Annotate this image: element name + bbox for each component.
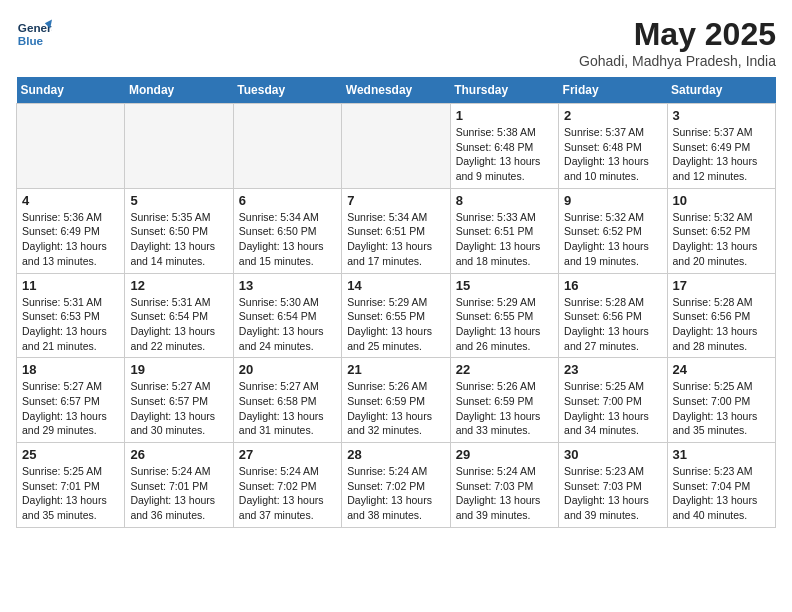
calendar-cell: 17Sunrise: 5:28 AMSunset: 6:56 PMDayligh… bbox=[667, 273, 775, 358]
page-header: General Blue May 2025 Gohadi, Madhya Pra… bbox=[16, 16, 776, 69]
calendar-cell: 22Sunrise: 5:26 AMSunset: 6:59 PMDayligh… bbox=[450, 358, 558, 443]
day-number: 11 bbox=[22, 278, 119, 293]
day-info: Sunrise: 5:24 AMSunset: 7:01 PMDaylight:… bbox=[130, 464, 227, 523]
calendar-cell: 27Sunrise: 5:24 AMSunset: 7:02 PMDayligh… bbox=[233, 443, 341, 528]
day-info: Sunrise: 5:35 AMSunset: 6:50 PMDaylight:… bbox=[130, 210, 227, 269]
calendar-cell: 2Sunrise: 5:37 AMSunset: 6:48 PMDaylight… bbox=[559, 104, 667, 189]
week-row-4: 18Sunrise: 5:27 AMSunset: 6:57 PMDayligh… bbox=[17, 358, 776, 443]
calendar-cell: 28Sunrise: 5:24 AMSunset: 7:02 PMDayligh… bbox=[342, 443, 450, 528]
calendar-cell: 29Sunrise: 5:24 AMSunset: 7:03 PMDayligh… bbox=[450, 443, 558, 528]
day-number: 9 bbox=[564, 193, 661, 208]
day-number: 21 bbox=[347, 362, 444, 377]
day-number: 28 bbox=[347, 447, 444, 462]
day-number: 23 bbox=[564, 362, 661, 377]
calendar-cell: 26Sunrise: 5:24 AMSunset: 7:01 PMDayligh… bbox=[125, 443, 233, 528]
day-info: Sunrise: 5:27 AMSunset: 6:57 PMDaylight:… bbox=[130, 379, 227, 438]
day-number: 3 bbox=[673, 108, 770, 123]
day-info: Sunrise: 5:34 AMSunset: 6:50 PMDaylight:… bbox=[239, 210, 336, 269]
calendar-cell: 23Sunrise: 5:25 AMSunset: 7:00 PMDayligh… bbox=[559, 358, 667, 443]
day-number: 31 bbox=[673, 447, 770, 462]
day-info: Sunrise: 5:25 AMSunset: 7:01 PMDaylight:… bbox=[22, 464, 119, 523]
day-info: Sunrise: 5:38 AMSunset: 6:48 PMDaylight:… bbox=[456, 125, 553, 184]
day-number: 22 bbox=[456, 362, 553, 377]
day-number: 2 bbox=[564, 108, 661, 123]
calendar-cell: 12Sunrise: 5:31 AMSunset: 6:54 PMDayligh… bbox=[125, 273, 233, 358]
svg-text:Blue: Blue bbox=[18, 34, 44, 47]
logo-icon: General Blue bbox=[16, 16, 52, 52]
calendar-cell: 18Sunrise: 5:27 AMSunset: 6:57 PMDayligh… bbox=[17, 358, 125, 443]
day-info: Sunrise: 5:33 AMSunset: 6:51 PMDaylight:… bbox=[456, 210, 553, 269]
week-row-5: 25Sunrise: 5:25 AMSunset: 7:01 PMDayligh… bbox=[17, 443, 776, 528]
weekday-header-thursday: Thursday bbox=[450, 77, 558, 104]
weekday-header-monday: Monday bbox=[125, 77, 233, 104]
day-number: 18 bbox=[22, 362, 119, 377]
day-info: Sunrise: 5:31 AMSunset: 6:53 PMDaylight:… bbox=[22, 295, 119, 354]
day-info: Sunrise: 5:24 AMSunset: 7:02 PMDaylight:… bbox=[239, 464, 336, 523]
day-number: 24 bbox=[673, 362, 770, 377]
day-info: Sunrise: 5:24 AMSunset: 7:02 PMDaylight:… bbox=[347, 464, 444, 523]
day-number: 1 bbox=[456, 108, 553, 123]
day-number: 4 bbox=[22, 193, 119, 208]
day-info: Sunrise: 5:27 AMSunset: 6:58 PMDaylight:… bbox=[239, 379, 336, 438]
day-number: 13 bbox=[239, 278, 336, 293]
day-number: 16 bbox=[564, 278, 661, 293]
calendar-cell: 4Sunrise: 5:36 AMSunset: 6:49 PMDaylight… bbox=[17, 188, 125, 273]
day-number: 27 bbox=[239, 447, 336, 462]
day-number: 12 bbox=[130, 278, 227, 293]
week-row-1: 1Sunrise: 5:38 AMSunset: 6:48 PMDaylight… bbox=[17, 104, 776, 189]
calendar-cell: 13Sunrise: 5:30 AMSunset: 6:54 PMDayligh… bbox=[233, 273, 341, 358]
weekday-header-friday: Friday bbox=[559, 77, 667, 104]
calendar-cell: 8Sunrise: 5:33 AMSunset: 6:51 PMDaylight… bbox=[450, 188, 558, 273]
calendar-cell: 15Sunrise: 5:29 AMSunset: 6:55 PMDayligh… bbox=[450, 273, 558, 358]
calendar-cell: 16Sunrise: 5:28 AMSunset: 6:56 PMDayligh… bbox=[559, 273, 667, 358]
calendar-cell: 25Sunrise: 5:25 AMSunset: 7:01 PMDayligh… bbox=[17, 443, 125, 528]
weekday-header-tuesday: Tuesday bbox=[233, 77, 341, 104]
day-number: 8 bbox=[456, 193, 553, 208]
week-row-2: 4Sunrise: 5:36 AMSunset: 6:49 PMDaylight… bbox=[17, 188, 776, 273]
day-number: 26 bbox=[130, 447, 227, 462]
day-info: Sunrise: 5:36 AMSunset: 6:49 PMDaylight:… bbox=[22, 210, 119, 269]
day-info: Sunrise: 5:24 AMSunset: 7:03 PMDaylight:… bbox=[456, 464, 553, 523]
day-info: Sunrise: 5:23 AMSunset: 7:03 PMDaylight:… bbox=[564, 464, 661, 523]
day-info: Sunrise: 5:25 AMSunset: 7:00 PMDaylight:… bbox=[673, 379, 770, 438]
day-number: 25 bbox=[22, 447, 119, 462]
day-number: 15 bbox=[456, 278, 553, 293]
calendar-cell: 6Sunrise: 5:34 AMSunset: 6:50 PMDaylight… bbox=[233, 188, 341, 273]
day-number: 30 bbox=[564, 447, 661, 462]
calendar-cell: 19Sunrise: 5:27 AMSunset: 6:57 PMDayligh… bbox=[125, 358, 233, 443]
day-info: Sunrise: 5:28 AMSunset: 6:56 PMDaylight:… bbox=[564, 295, 661, 354]
calendar-cell: 9Sunrise: 5:32 AMSunset: 6:52 PMDaylight… bbox=[559, 188, 667, 273]
calendar-cell: 3Sunrise: 5:37 AMSunset: 6:49 PMDaylight… bbox=[667, 104, 775, 189]
day-number: 29 bbox=[456, 447, 553, 462]
day-info: Sunrise: 5:25 AMSunset: 7:00 PMDaylight:… bbox=[564, 379, 661, 438]
day-number: 10 bbox=[673, 193, 770, 208]
calendar-cell bbox=[17, 104, 125, 189]
location: Gohadi, Madhya Pradesh, India bbox=[579, 53, 776, 69]
weekday-header-saturday: Saturday bbox=[667, 77, 775, 104]
day-number: 5 bbox=[130, 193, 227, 208]
day-info: Sunrise: 5:34 AMSunset: 6:51 PMDaylight:… bbox=[347, 210, 444, 269]
calendar-cell: 5Sunrise: 5:35 AMSunset: 6:50 PMDaylight… bbox=[125, 188, 233, 273]
day-info: Sunrise: 5:31 AMSunset: 6:54 PMDaylight:… bbox=[130, 295, 227, 354]
title-area: May 2025 Gohadi, Madhya Pradesh, India bbox=[579, 16, 776, 69]
calendar-cell: 1Sunrise: 5:38 AMSunset: 6:48 PMDaylight… bbox=[450, 104, 558, 189]
calendar-cell: 11Sunrise: 5:31 AMSunset: 6:53 PMDayligh… bbox=[17, 273, 125, 358]
day-info: Sunrise: 5:32 AMSunset: 6:52 PMDaylight:… bbox=[673, 210, 770, 269]
day-number: 7 bbox=[347, 193, 444, 208]
month-title: May 2025 bbox=[579, 16, 776, 53]
day-info: Sunrise: 5:29 AMSunset: 6:55 PMDaylight:… bbox=[456, 295, 553, 354]
calendar-cell: 31Sunrise: 5:23 AMSunset: 7:04 PMDayligh… bbox=[667, 443, 775, 528]
calendar-cell: 21Sunrise: 5:26 AMSunset: 6:59 PMDayligh… bbox=[342, 358, 450, 443]
calendar-cell: 7Sunrise: 5:34 AMSunset: 6:51 PMDaylight… bbox=[342, 188, 450, 273]
day-number: 20 bbox=[239, 362, 336, 377]
day-number: 6 bbox=[239, 193, 336, 208]
weekday-header-row: SundayMondayTuesdayWednesdayThursdayFrid… bbox=[17, 77, 776, 104]
day-info: Sunrise: 5:29 AMSunset: 6:55 PMDaylight:… bbox=[347, 295, 444, 354]
calendar-cell: 14Sunrise: 5:29 AMSunset: 6:55 PMDayligh… bbox=[342, 273, 450, 358]
day-info: Sunrise: 5:37 AMSunset: 6:49 PMDaylight:… bbox=[673, 125, 770, 184]
calendar-cell: 10Sunrise: 5:32 AMSunset: 6:52 PMDayligh… bbox=[667, 188, 775, 273]
weekday-header-sunday: Sunday bbox=[17, 77, 125, 104]
day-info: Sunrise: 5:37 AMSunset: 6:48 PMDaylight:… bbox=[564, 125, 661, 184]
weekday-header-wednesday: Wednesday bbox=[342, 77, 450, 104]
calendar-cell bbox=[342, 104, 450, 189]
